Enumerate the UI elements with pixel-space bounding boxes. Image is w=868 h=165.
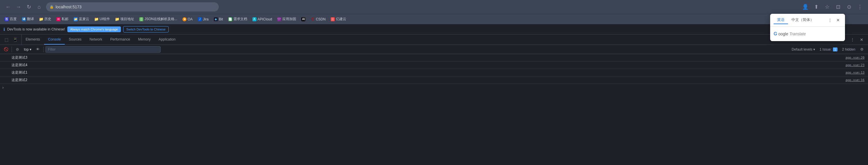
toolbar-divider2: [43, 46, 44, 52]
siyou-icon: ✉: [56, 17, 60, 21]
issue-badge-button[interactable]: 1 Issue: 1: [818, 46, 839, 52]
bookmark-siyou-label: 私邮: [62, 17, 68, 22]
json-icon: {}: [139, 17, 143, 21]
more-tools-button[interactable]: ⋮: [848, 36, 857, 44]
home-button[interactable]: ⌂: [34, 2, 44, 11]
switch-to-chinese-button[interactable]: Switch DevTools to Chinese: [123, 26, 169, 32]
translate-tab-english[interactable]: 英语: [774, 16, 788, 24]
console-link-3[interactable]: app.vue:13: [845, 71, 865, 74]
brand-name: oogle: [778, 32, 788, 36]
tab-memory[interactable]: Memory: [134, 34, 155, 44]
tab-elements[interactable]: Elements: [22, 34, 44, 44]
menu-icon-btn[interactable]: ⋮: [855, 2, 865, 11]
bookmark-apicloud[interactable]: A APICloud: [250, 16, 275, 22]
demand-icon: 📄: [228, 17, 232, 21]
console-prompt-row: ›: [0, 84, 868, 91]
jira-icon: J: [198, 17, 202, 21]
bookmark-project[interactable]: 📁 项目地址: [113, 16, 136, 23]
bookmark-oa[interactable]: ★ OA: [180, 16, 195, 22]
tab-sources[interactable]: Sources: [65, 34, 86, 44]
bookmark-ai[interactable]: AI: [299, 16, 308, 22]
lock-icon: 🔒: [50, 5, 54, 9]
close-devtools-button[interactable]: ✕: [858, 36, 866, 44]
inspect-element-button[interactable]: ⬚: [2, 36, 10, 44]
levels-dropdown-icon: ▾: [813, 47, 815, 52]
bookmark-fanyi[interactable]: 译 翻译: [20, 16, 36, 23]
ai-icon: AI: [301, 17, 305, 21]
lanyun-icon: 📁: [74, 17, 78, 21]
bookmark-demand[interactable]: 📄 需求文档: [226, 16, 250, 23]
console-text-2: 这是测试4: [11, 63, 27, 68]
translate-popup-header: 英语 中文（简体） ⋮ ✕: [770, 14, 845, 27]
bookmark-json-label: JSON在线解析及格...: [145, 17, 177, 22]
bookmark-yijian[interactable]: 云 亿建云: [329, 16, 348, 23]
translate-more-button[interactable]: ⋮: [827, 17, 834, 24]
block-button[interactable]: ⊘: [13, 46, 21, 53]
console-prompt-arrow[interactable]: ›: [2, 85, 4, 90]
bookmark-csdn[interactable]: C CSDN: [308, 16, 328, 22]
filter-input[interactable]: [45, 46, 161, 53]
bit-icon: ◆: [214, 17, 218, 21]
bookmark-lishi-label: 历史: [44, 17, 51, 22]
tab-console[interactable]: Console: [44, 34, 65, 44]
console-row-1: 这是测试3 app.vue:20: [0, 54, 868, 62]
appjia-icon: 🛡: [277, 17, 281, 21]
top-label: top: [24, 47, 29, 52]
bookmark-lanyun[interactable]: 📁 蓝麦云: [71, 16, 92, 23]
translate-tab-chinese[interactable]: 中文（简体）: [788, 16, 817, 24]
console-link-2[interactable]: app.vue:23: [845, 63, 865, 67]
console-link-4[interactable]: app.vue:16: [845, 78, 865, 82]
bookmark-siyou[interactable]: ✉ 私邮: [54, 16, 71, 23]
console-row-3: 这是测试1 app.vue:13: [0, 69, 868, 76]
profile-icon-btn[interactable]: 👤: [801, 2, 810, 11]
issue-count-flag: 1: [833, 47, 837, 52]
bookmark-bit-label: Bit: [219, 17, 223, 21]
translate-close-button[interactable]: ✕: [835, 17, 841, 24]
bookmark-json[interactable]: {} JSON在线解析及格...: [137, 16, 180, 23]
star-icon-btn[interactable]: ☆: [823, 2, 832, 11]
upload-icon-btn[interactable]: ⬆: [812, 2, 821, 11]
clear-console-button[interactable]: 🚫: [2, 46, 10, 53]
bookmark-appjia[interactable]: 🛡 应用加固: [275, 16, 299, 23]
fanyi-icon: 译: [22, 17, 26, 21]
hidden-count-badge[interactable]: 2 hidden: [840, 46, 857, 52]
devtools-main: ℹ DevTools is now available in Chinese! …: [0, 24, 868, 165]
bookmark-fanyi-label: 翻译: [27, 17, 34, 22]
console-text-1: 这是测试3: [11, 55, 27, 60]
console-settings-button[interactable]: ⚙: [858, 46, 866, 53]
nav-buttons: ← → ↻ ⌂: [3, 2, 44, 11]
tab-application[interactable]: Application: [155, 34, 180, 44]
reload-button[interactable]: ↻: [24, 2, 33, 11]
bookmark-jira[interactable]: J Jira: [195, 16, 211, 22]
translate-brand: G oogle Translate: [774, 31, 841, 36]
tab-performance[interactable]: Performance: [106, 34, 134, 44]
forward-button[interactable]: →: [14, 2, 23, 11]
bookmark-bit[interactable]: ◆ Bit: [212, 16, 225, 22]
match-language-button[interactable]: Always match Chrome's language: [67, 27, 121, 32]
console-content: 这是测试3 app.vue:20 这是测试4 app.vue:23 这是测试1 …: [0, 54, 868, 165]
devtools-left-icons: ⬚ 📱: [0, 34, 22, 44]
default-levels-button[interactable]: Default levels ▾: [790, 46, 817, 52]
account-icon-btn[interactable]: ⊙: [844, 2, 854, 11]
bookmark-demand-label: 需求文档: [234, 17, 247, 22]
eye-icon-button[interactable]: 👁: [34, 46, 42, 53]
tab-network[interactable]: Network: [86, 34, 106, 44]
extend-icon-btn[interactable]: ⊡: [834, 2, 843, 11]
console-row-4: 这是测试2 app.vue:16: [0, 76, 868, 84]
toolbar-divider: [11, 46, 12, 52]
google-g-letter: G: [774, 31, 777, 36]
bookmark-baidu-label: 百度: [10, 17, 17, 22]
bookmark-uikit[interactable]: 📁 UI组件: [92, 16, 112, 23]
top-context-selector[interactable]: top ▾: [22, 46, 33, 52]
address-text: localhost:5173: [56, 5, 82, 9]
bookmark-lishi[interactable]: 📁 历史: [37, 16, 54, 23]
back-button[interactable]: ←: [3, 2, 13, 11]
bookmark-baidu[interactable]: 百 百度: [2, 16, 19, 23]
default-levels-label: Default levels: [792, 47, 812, 52]
bookmark-uikit-label: UI组件: [100, 17, 110, 22]
device-toolbar-button[interactable]: 📱: [11, 36, 19, 44]
console-link-1[interactable]: app.vue:20: [845, 56, 865, 60]
oa-icon: ★: [183, 17, 186, 21]
translate-popup-actions: ⋮ ✕: [827, 17, 841, 24]
address-bar[interactable]: 🔒 localhost:5173: [46, 2, 219, 11]
